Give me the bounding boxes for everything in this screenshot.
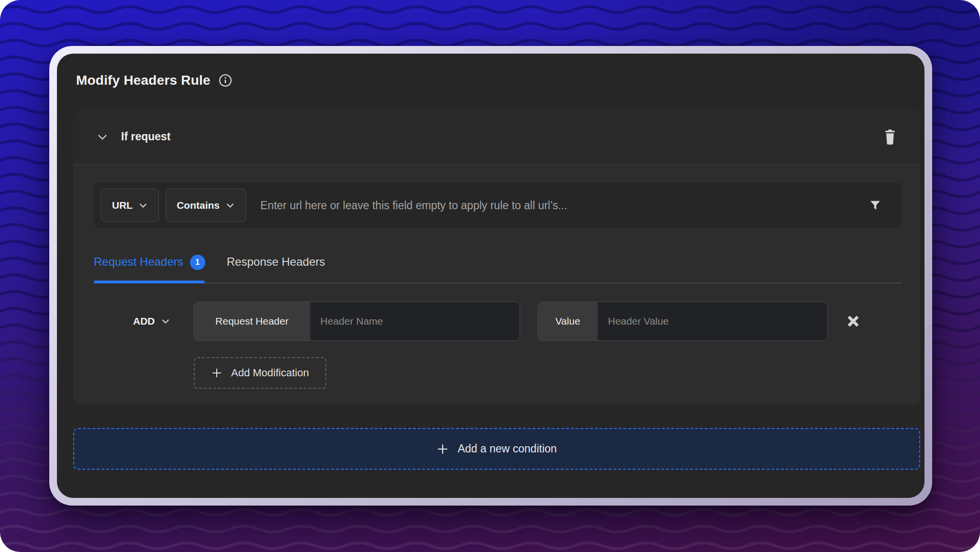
- add-condition-label: Add a new condition: [457, 442, 557, 455]
- trash-icon: [883, 129, 897, 145]
- url-input[interactable]: [260, 199, 869, 212]
- source-operator-dropdown[interactable]: Contains: [166, 189, 246, 222]
- source-key-label: URL: [112, 200, 133, 211]
- modal-header: Modify Headers Rule: [65, 73, 914, 88]
- tab-request-headers[interactable]: Request Headers 1: [94, 255, 205, 282]
- headers-tabs: Request Headers 1 Response Headers: [94, 255, 902, 283]
- add-new-condition-button[interactable]: Add a new condition: [73, 428, 920, 470]
- tab-response-headers[interactable]: Response Headers: [227, 255, 325, 282]
- condition-title: If request: [121, 130, 171, 143]
- value-label: Value: [538, 302, 598, 340]
- modification-action-label: ADD: [133, 315, 155, 327]
- desktop-background: Modify Headers Rule If request: [0, 0, 980, 552]
- modal-frame: Modify Headers Rule If request: [49, 46, 932, 506]
- request-headers-count-badge: 1: [190, 255, 205, 270]
- modify-headers-modal: Modify Headers Rule If request: [57, 54, 924, 498]
- modification-action-dropdown[interactable]: ADD: [133, 315, 170, 327]
- source-key-dropdown[interactable]: URL: [101, 189, 159, 222]
- header-value-input[interactable]: [598, 302, 827, 340]
- page-title: Modify Headers Rule: [76, 73, 211, 88]
- remove-modification-button[interactable]: [846, 314, 860, 328]
- chevron-down-icon: [161, 316, 170, 326]
- close-icon: [846, 314, 860, 328]
- modification-row: ADD Request Header Value: [94, 302, 902, 341]
- add-modification-label: Add Modification: [231, 367, 309, 379]
- chevron-down-icon: [225, 201, 235, 210]
- plus-icon: [436, 443, 449, 455]
- plus-icon: [211, 367, 223, 379]
- source-filter-button[interactable]: [869, 199, 882, 212]
- header-value-group: Value: [538, 302, 828, 341]
- chevron-down-icon[interactable]: [96, 131, 109, 143]
- condition-body: URL Contains: [73, 165, 920, 405]
- add-modification-button[interactable]: Add Modification: [194, 357, 326, 389]
- header-type-label: Request Header: [194, 302, 310, 340]
- delete-condition-button[interactable]: [883, 129, 897, 145]
- source-operator-label: Contains: [177, 200, 220, 211]
- filter-icon: [869, 199, 882, 212]
- tab-label: Response Headers: [227, 255, 325, 269]
- info-icon[interactable]: [218, 73, 233, 88]
- condition-header[interactable]: If request: [73, 109, 920, 165]
- chevron-down-icon: [138, 201, 148, 210]
- header-name-input[interactable]: [310, 302, 520, 340]
- tab-label: Request Headers: [94, 255, 183, 269]
- url-condition-row: URL Contains: [94, 182, 902, 228]
- header-name-group: Request Header: [194, 302, 520, 341]
- condition-section: If request URL: [73, 109, 920, 405]
